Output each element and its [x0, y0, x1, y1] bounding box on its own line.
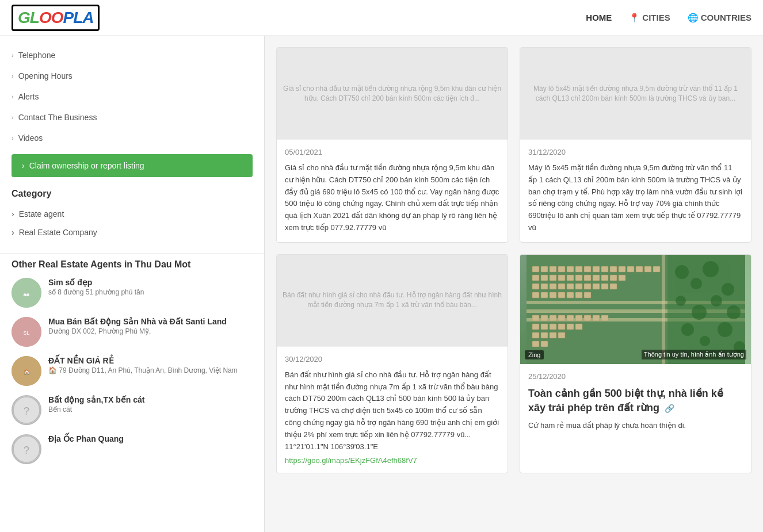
opening-hours-label: Opening Hours: [18, 71, 73, 81]
svg-rect-69: [550, 324, 556, 330]
external-link-icon[interactable]: 🔗: [665, 404, 674, 413]
svg-rect-15: [567, 266, 574, 272]
article-image: Máy lô 5x45 mặt tiền đường nhựa 9,5m đườ…: [520, 48, 751, 140]
agent-info: ĐẤT NỀN GIÁ RẺ 🏠 79 Đường D11, An Phú, T…: [48, 356, 238, 374]
agent-address: Đường DX 002, Phường Phú Mỹ,: [48, 327, 227, 335]
zing-badge: Zing: [525, 350, 544, 359]
svg-text:🏠: 🏠: [24, 369, 30, 376]
chevron-icon: ›: [12, 228, 14, 237]
svg-rect-16: [575, 266, 582, 272]
globe-icon: 🌐: [688, 13, 699, 23]
category-title: Category: [12, 189, 253, 199]
sidebar-item-opening-hours[interactable]: › Opening Hours: [0, 66, 264, 86]
svg-rect-68: [541, 324, 548, 330]
svg-rect-74: [541, 332, 548, 338]
svg-rect-19: [601, 266, 608, 272]
sidebar-item-alerts[interactable]: › Alerts: [0, 86, 264, 107]
article-card[interactable]: Bán đất như hình giá sỉ cho nhà đầu tư. …: [276, 254, 508, 474]
article-date: 05/01/2021: [285, 148, 499, 156]
svg-rect-52: [575, 292, 582, 298]
agent-name: ĐẤT NỀN GIÁ RẺ: [48, 356, 238, 365]
svg-point-88: [681, 323, 694, 336]
svg-rect-38: [541, 284, 548, 289]
category-section: Category › Estate agent › Real Estate Co…: [0, 183, 264, 247]
svg-rect-11: [532, 266, 539, 272]
article-card[interactable]: Giá sỉ cho nhà đầu tư mặt tiền đường nhự…: [276, 47, 508, 243]
sidebar-item-contact[interactable]: › Contact The Business: [0, 107, 264, 128]
svg-rect-48: [541, 292, 548, 298]
category-estate-agent[interactable]: › Estate agent: [12, 205, 253, 223]
svg-rect-26: [532, 275, 539, 281]
svg-rect-58: [532, 315, 539, 321]
svg-point-90: [718, 322, 733, 337]
page-wrapper: › Telephone › Opening Hours › Alerts › C…: [0, 36, 763, 532]
svg-rect-21: [619, 266, 625, 272]
svg-rect-43: [584, 284, 591, 289]
article-card[interactable]: Máy lô 5x45 mặt tiền đường nhựa 9,5m đườ…: [520, 47, 751, 243]
sidebar-item-telephone[interactable]: › Telephone: [0, 45, 264, 66]
main-content: Giá sỉ cho nhà đầu tư mặt tiền đường nhự…: [265, 36, 763, 532]
svg-rect-76: [558, 332, 565, 338]
sidebar-item-videos[interactable]: › Videos: [0, 128, 264, 148]
header: GLOOPLA HOME 📍 CITIES 🌐 COUNTRIES: [0, 0, 763, 36]
svg-rect-59: [541, 315, 548, 321]
svg-rect-78: [541, 341, 548, 347]
chevron-icon: ›: [12, 135, 14, 141]
agent-info: Sim số đẹp số 8 đường 51 phường phú tân: [48, 278, 144, 296]
svg-rect-66: [601, 315, 608, 321]
list-item[interactable]: SL Mua Bán Bất Động Sản Nhà và Đất Santi…: [12, 317, 253, 347]
telephone-label: Telephone: [18, 51, 56, 60]
svg-rect-17: [584, 266, 591, 272]
list-item[interactable]: ? Bất động sản,TX bến cát Bến cát: [12, 395, 253, 425]
logo[interactable]: GLOOPLA: [12, 5, 100, 31]
list-item[interactable]: 🏠 ĐẤT NỀN GIÁ RẺ 🏠 79 Đường D11, An Phú,…: [12, 356, 253, 386]
contact-label: Contact The Business: [18, 113, 97, 122]
svg-rect-23: [636, 266, 643, 272]
svg-rect-67: [532, 324, 539, 330]
svg-rect-73: [532, 332, 539, 338]
article-card[interactable]: Zing Thông tin uy tín, hình ảnh ấn tượng…: [520, 254, 751, 474]
estate-agent-label: Estate agent: [19, 209, 64, 219]
agent-address: Bến cát: [48, 405, 144, 414]
claim-button[interactable]: › Claim ownership or report listing: [12, 154, 253, 177]
svg-rect-12: [541, 266, 548, 272]
article-image: Bán đất như hình giá sỉ cho nhà đầu tư. …: [277, 255, 508, 347]
nav-home[interactable]: HOME: [586, 13, 612, 22]
svg-rect-71: [567, 324, 574, 330]
svg-point-81: [690, 278, 702, 289]
svg-rect-50: [558, 292, 565, 298]
avatar: ?: [12, 395, 41, 425]
article-text: Máy lô 5x45 mặt tiền đường nhựa 9,5m đườ…: [528, 162, 743, 234]
svg-rect-46: [610, 284, 617, 289]
agent-name: Bất động sản,TX bến cát: [48, 395, 144, 404]
article-title: Toàn cảnh gần 500 biệt thự, nhà liền kề …: [528, 386, 743, 415]
svg-rect-49: [550, 292, 556, 298]
list-item[interactable]: ? Địa Ốc Phan Quang: [12, 434, 253, 464]
nav-cities[interactable]: 📍 CITIES: [629, 13, 670, 23]
agent-info: Địa Ốc Phan Quang: [48, 434, 124, 445]
svg-rect-32: [584, 275, 591, 281]
svg-point-83: [722, 283, 734, 296]
article-map-link[interactable]: https://goo.gl/maps/EKjzFGfA4efh68fV7: [285, 456, 499, 465]
svg-text:SL: SL: [23, 330, 29, 336]
svg-rect-70: [558, 324, 565, 330]
svg-rect-63: [575, 315, 582, 321]
nav-countries-label: COUNTRIES: [701, 13, 751, 22]
svg-point-86: [711, 295, 722, 307]
chevron-icon: ›: [12, 114, 14, 121]
svg-rect-37: [532, 284, 539, 289]
other-agents-section: Other Real Estate Agents in Thu Dau Mot …: [0, 253, 264, 479]
nav-countries[interactable]: 🌐 COUNTRIES: [688, 13, 751, 23]
svg-rect-75: [550, 332, 556, 338]
article-text: Bán đất như hình giá sỉ cho nhà đầu tư. …: [285, 369, 499, 453]
article-image: Giá sỉ cho nhà đầu tư mặt tiền đường nhự…: [277, 48, 508, 140]
svg-rect-47: [532, 292, 539, 298]
article-image: Zing Thông tin uy tín, hình ảnh ấn tượng: [520, 255, 751, 364]
main-nav: HOME 📍 CITIES 🌐 COUNTRIES: [586, 13, 751, 23]
article-date: 31/12/2020: [528, 148, 743, 156]
category-real-estate-company[interactable]: › Real Estate Company: [12, 223, 253, 242]
list-item[interactable]: 🏘 Sim số đẹp số 8 đường 51 phường phú tâ…: [12, 278, 253, 308]
article-body: 31/12/2020 Máy lô 5x45 mặt tiền đường nh…: [520, 140, 751, 242]
svg-rect-77: [532, 341, 539, 347]
avatar: 🏘: [12, 278, 41, 308]
